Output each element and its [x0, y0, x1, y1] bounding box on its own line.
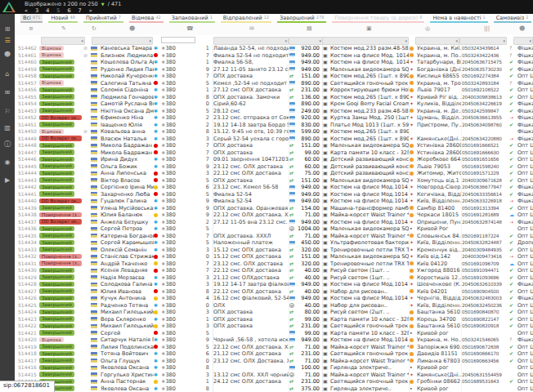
- client-phone[interactable]: +380: [161, 170, 184, 177]
- status-badge[interactable]: DD Возврат ок..: [39, 219, 82, 225]
- tracking-number[interactable]: 0503241546065: [462, 336, 509, 344]
- client-phone[interactable]: +380: [161, 295, 184, 302]
- client-phone[interactable]: +380: [161, 281, 184, 288]
- tracking-number[interactable]: 0501691093696: [462, 274, 509, 282]
- client-phone[interactable]: +380: [161, 128, 184, 136]
- tracking-number[interactable]: 0503243439614: [462, 45, 509, 52]
- client-phone[interactable]: +380: [161, 336, 184, 344]
- sidebar-info-icon[interactable]: ⓘ: [0, 140, 15, 149]
- client-phone[interactable]: +380: [161, 80, 184, 87]
- tracking-number[interactable]: [462, 364, 509, 372]
- table-row[interactable]: 514452DD Возврат ок..Єфименко Ніна✱+3802…: [15, 114, 533, 122]
- tracking-number[interactable]: 0501690904500: [462, 288, 509, 296]
- clients-column-icon[interactable]: ☻: [129, 25, 135, 32]
- tracking-number[interactable]: 0501690672838: [462, 344, 509, 351]
- table-row[interactable]: 514436ЗавершенийСергей Петров✱+3805₴1004…: [15, 225, 533, 233]
- sidebar-finance-icon[interactable]: ⌂: [0, 70, 15, 78]
- client-phone[interactable]: +380: [161, 350, 184, 358]
- table-row[interactable]: 514443ЗавершенийВіктор Власов+3805ОПХ до…: [15, 177, 533, 185]
- table-row[interactable]: 514441ЗавершенийЗахарченко Люба+3805Фиал…: [15, 191, 533, 198]
- client-phone[interactable]: +380: [161, 177, 184, 185]
- status-badge[interactable]: Завершений: [39, 372, 74, 377]
- tracking-number[interactable]: [462, 330, 509, 337]
- status-badge[interactable]: Завершений: [39, 177, 74, 183]
- tracking-number[interactable]: 20450636715475: [462, 59, 509, 66]
- status-badge[interactable]: Завершений: [39, 316, 74, 322]
- client-phone[interactable]: +380: [161, 372, 184, 379]
- client-phone[interactable]: +380: [161, 94, 184, 101]
- tracking-number[interactable]: 20450636677947: [462, 184, 509, 191]
- client-phone[interactable]: +380: [161, 59, 184, 66]
- table-row[interactable]: 514416ЗавершенийЯковлева Оксана✱+3808100…: [15, 364, 533, 372]
- tracking-number[interactable]: 20400309671628: [462, 177, 509, 185]
- tracking-number[interactable]: 0501689531643: [462, 378, 509, 385]
- status-badge[interactable]: Відмова: [39, 46, 64, 51]
- status-badge[interactable]: Завершений: [39, 163, 74, 169]
- tracking-number[interactable]: 0501691666630: [462, 149, 509, 157]
- table-row[interactable]: 514434ЗавершенийСергей Карамышев✱+3805На…: [15, 239, 533, 247]
- status-badge[interactable]: Завершений: [39, 247, 74, 252]
- status-badge[interactable]: Завершений: [39, 358, 74, 363]
- sidebar-announce-icon[interactable]: ⚐: [0, 108, 15, 116]
- table-row[interactable]: 514421ЗавершенийСергей+380599.00▣Карта п…: [15, 330, 533, 337]
- status-badge[interactable]: Завершений: [39, 87, 74, 93]
- tab-8[interactable]: Повернення товару (в дорозі)0: [332, 14, 424, 23]
- filter-name[interactable]: ▾: [92, 37, 153, 45]
- client-phone[interactable]: +380: [161, 149, 184, 157]
- tab-7[interactable]: Завершений278: [277, 14, 326, 23]
- status-badge[interactable]: Завершений: [39, 302, 74, 308]
- table-row[interactable]: 514451ЗавершенийІващенко Юлія✱+380219.12…: [15, 122, 533, 129]
- sidebar-cart-icon[interactable]: ✉: [0, 89, 15, 97]
- table-row[interactable]: 514425ЗавершенийРадченко Тетяна✱+3800ОЛХ…: [15, 302, 533, 310]
- status-badge[interactable]: Відмова: [39, 337, 64, 343]
- tracking-number[interactable]: 20450632874148: [462, 219, 509, 226]
- comment-column-icon[interactable]: ✉: [249, 25, 254, 32]
- client-phone[interactable]: +380: [161, 191, 184, 198]
- page-number-6[interactable]: 6: [67, 7, 70, 14]
- tracking-number[interactable]: 20450631554459: [462, 372, 509, 379]
- page-size-caret-icon[interactable]: ▼: [101, 2, 105, 7]
- tracking-number[interactable]: [462, 385, 509, 392]
- filter-payment[interactable]: ▾: [289, 37, 323, 45]
- client-phone[interactable]: +380: [161, 156, 184, 163]
- tracking-number[interactable]: 0501691094471: [462, 267, 509, 274]
- tracking-number[interactable]: 20450632450236: [462, 302, 509, 310]
- tracking-number[interactable]: 20400309838613: [462, 94, 509, 101]
- client-phone[interactable]: +380: [161, 87, 184, 94]
- client-phone[interactable]: +380: [161, 323, 184, 330]
- status-badge[interactable]: Завершений: [39, 143, 74, 149]
- first-page-button[interactable]: «: [25, 7, 28, 14]
- table-row[interactable]: 514437DD Возврат ок..Анжела Безушку✱+380…: [15, 219, 533, 226]
- table-row[interactable]: 514455ЗавершенийЛюдмила Гончарова✱+3808О…: [15, 94, 533, 101]
- table-row[interactable]: 514462Відмова⊘Каневська Тамара ..✱+3801Л…: [15, 45, 533, 52]
- tracking-number[interactable]: 20450634226619: [462, 100, 509, 108]
- tracking-number[interactable]: 20400309484935: [462, 247, 509, 254]
- tracking-number[interactable]: [462, 225, 509, 233]
- client-phone[interactable]: +380: [161, 364, 184, 372]
- client-phone[interactable]: +380: [161, 302, 184, 310]
- tracking-number[interactable]: 0501690822147: [462, 316, 509, 323]
- table-row[interactable]: 514423ЗавершенийВера Скляренко✱+3801ОПХ …: [15, 316, 533, 323]
- page-number-3[interactable]: 3: [35, 7, 38, 14]
- status-badge[interactable]: Повернення (з..: [39, 254, 82, 260]
- status-badge[interactable]: Повернення (з..: [39, 261, 82, 266]
- sidebar-video-icon[interactable]: ▶: [0, 176, 15, 185]
- table-row[interactable]: 514445ЗавершенийОльга Божик✱+380923.12 с…: [15, 163, 533, 171]
- status-badge[interactable]: Завершений: [39, 240, 74, 246]
- sidebar-orders-icon[interactable]: ☰: [0, 37, 15, 45]
- tracking-number[interactable]: 20450634220880: [462, 136, 509, 143]
- status-badge[interactable]: DD Возврат ок..: [39, 136, 82, 141]
- id-column-icon[interactable]: ≡: [29, 25, 34, 32]
- client-phone[interactable]: +380: [161, 184, 184, 191]
- client-phone[interactable]: +380: [161, 66, 184, 74]
- client-phone[interactable]: +380: [161, 288, 184, 296]
- page-number-7[interactable]: 7: [78, 7, 82, 14]
- status-badge[interactable]: Завершений: [39, 94, 74, 100]
- table-row[interactable]: 514427ЗавершенийЮлия Иванова+380822.12 с…: [15, 288, 533, 296]
- status-badge[interactable]: Завершений: [39, 101, 74, 107]
- status-badge[interactable]: Відмова: [39, 129, 64, 135]
- tracking-number[interactable]: 20450632824487: [462, 239, 509, 247]
- status-badge[interactable]: Завершений: [39, 344, 74, 350]
- last-page-button[interactable]: »: [89, 7, 92, 14]
- table-row[interactable]: 514449DD Возврат ок..Власюк Наталья✱+380…: [15, 136, 533, 143]
